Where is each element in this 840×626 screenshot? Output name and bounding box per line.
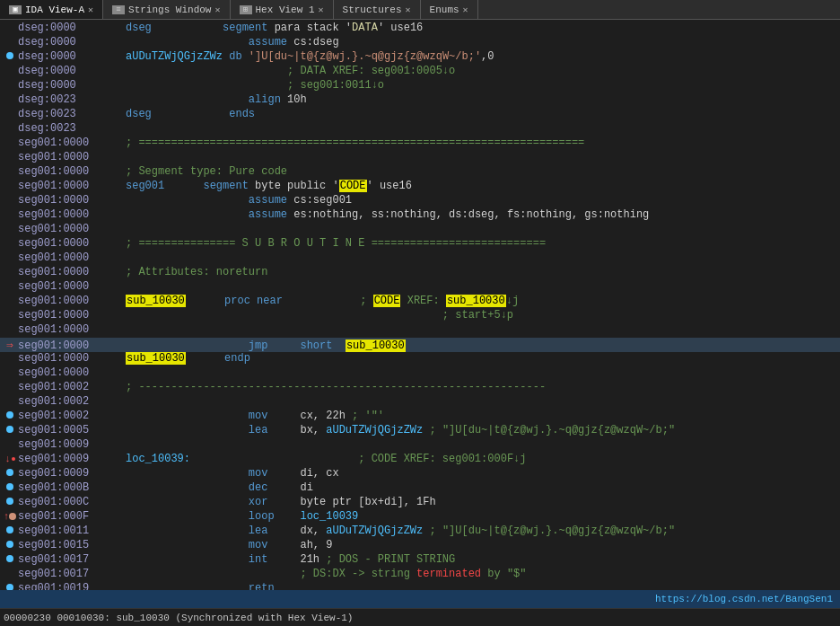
line-23: seg001:0000 sub_10030 endp: [0, 352, 840, 366]
tab-close-hex[interactable]: ✕: [319, 4, 324, 15]
marker-34: ↑: [2, 511, 18, 522]
marker-28: [2, 426, 18, 433]
jmp-target-1[interactable]: sub_10030: [346, 339, 406, 352]
line-3: dseg:0000 aUDuTZWjQGjzZWz db ']U[du~|t@{…: [0, 50, 840, 65]
instr-38: ; DS:DX -> string terminated by "$": [126, 568, 838, 580]
dot-37: [6, 555, 13, 562]
line-29: seg001:0009: [0, 438, 840, 453]
addr-15: seg001:0000: [18, 223, 126, 235]
dot-36: [6, 541, 13, 548]
dot-35: [6, 526, 13, 533]
tab-structures[interactable]: Structures ✕: [334, 0, 421, 19]
tab-ida-view[interactable]: ▣ IDA View-A ✕: [0, 0, 103, 19]
addr-35: seg001:0011: [18, 525, 126, 537]
addr-12: seg001:0000: [18, 180, 126, 192]
tab-label-hex: Hex View 1: [256, 4, 315, 15]
line-21: seg001:0000: [0, 323, 840, 338]
tab-hex[interactable]: ⊞ Hex View 1 ✕: [231, 0, 334, 19]
line-30: ↓ seg001:0009 loc_10039: ; CODE XREF: se…: [0, 453, 840, 467]
instr-1: dseg segment para stack 'DATA' use16: [126, 22, 838, 34]
instr-16: ; =============== S U B R O U T I N E ==…: [126, 237, 838, 250]
addr-1: dseg:0000: [18, 22, 126, 34]
addr-29: seg001:0009: [18, 438, 126, 451]
instr-14: assume es:nothing, ss:nothing, ds:dseg, …: [126, 208, 838, 221]
addr-17: seg001:0000: [18, 251, 126, 264]
marker-22: ⇒: [2, 338, 18, 352]
addr-11: seg001:0000: [18, 165, 126, 178]
addr-16: seg001:0000: [18, 237, 126, 250]
instr-15: [126, 223, 838, 235]
instr-31: mov di, cx: [126, 467, 838, 480]
instr-20b: ; start+5↓p: [126, 309, 838, 322]
addr-33: seg001:000C: [18, 496, 126, 508]
marker-27: [2, 411, 18, 419]
line-20: seg001:0000 sub_10030 proc near ; CODE X…: [0, 295, 840, 309]
code-keyword-1: CODE: [339, 180, 367, 192]
line-2: dseg:0000 assume cs:dseg: [0, 36, 840, 50]
tab-label-strings: Strings Window: [128, 4, 211, 15]
addr-38: seg001:0017: [18, 568, 126, 580]
addr-18: seg001:0000: [18, 266, 126, 278]
instr-4: ; DATA XREF: seg001:0005↓o: [126, 65, 838, 77]
tab-enums[interactable]: Enums ✕: [421, 0, 478, 19]
tab-close-strings[interactable]: ✕: [214, 4, 220, 15]
addr-27: seg001:0002: [18, 410, 126, 422]
tab-strings[interactable]: ≡ Strings Window ✕: [103, 0, 230, 19]
marker-30: ↓: [2, 454, 18, 464]
bottom-text: 00000230 00010030: sub_10030 (Synchroniz…: [4, 613, 353, 623]
line-1: dseg:0000 dseg segment para stack 'DATA'…: [0, 22, 840, 36]
instr-34: loop loc_10039: [126, 510, 838, 523]
addr-24: seg001:0000: [18, 366, 126, 379]
sub-highlight-1[interactable]: sub_10030: [126, 295, 186, 307]
app: ▣ IDA View-A ✕ ≡ Strings Window ✕ ⊞ Hex …: [0, 0, 840, 626]
marker-36: [2, 541, 18, 548]
dot-red-30: [12, 457, 15, 461]
addr-31: seg001:0009: [18, 467, 126, 480]
instr-22: jmp short sub_10030: [126, 339, 838, 352]
addr-7: dseg:0023: [18, 108, 126, 120]
tab-close-ida[interactable]: ✕: [88, 4, 93, 15]
sub-highlight-2[interactable]: sub_10030: [126, 352, 186, 365]
addr-2: dseg:0000: [18, 36, 126, 48]
instr-20: sub_10030 proc near ; CODE XREF: sub_100…: [126, 295, 838, 307]
code-area[interactable]: dseg:0000 dseg segment para stack 'DATA'…: [0, 20, 840, 590]
dot-32: [6, 483, 13, 490]
addr-6: dseg:0023: [18, 93, 126, 106]
line-27: seg001:0002 mov cx, 22h ; '"': [0, 410, 840, 424]
instr-30: loc_10039: ; CODE XREF: seg001:000F↓j: [126, 453, 838, 465]
line-24: seg001:0000: [0, 366, 840, 381]
addr-30: seg001:0009: [18, 453, 126, 465]
line-39: seg001:0019 retn: [0, 582, 840, 590]
line-16: seg001:0000 ; =============== S U B R O …: [0, 237, 840, 251]
instr-13: assume cs:seg001: [126, 194, 838, 207]
line-13: seg001:0000 assume cs:seg001: [0, 194, 840, 208]
addr-10: seg001:0000: [18, 151, 126, 163]
bottom-info: 00000230 00010030: sub_10030 (Synchroniz…: [0, 608, 840, 626]
xref-sub-1[interactable]: sub_10030: [446, 295, 506, 307]
dot-28: [6, 426, 13, 433]
marker-3: [2, 52, 18, 59]
addr-23: seg001:0000: [18, 352, 126, 365]
addr-5: dseg:0000: [18, 79, 126, 92]
addr-22: seg001:0000: [18, 339, 126, 352]
instr-7: dseg ends: [126, 108, 838, 120]
line-20b: seg001:0000 ; start+5↓p: [0, 309, 840, 323]
line-11: seg001:0000 ; Segment type: Pure code: [0, 165, 840, 180]
line-5: dseg:0000 ; seg001:0011↓o: [0, 79, 840, 93]
addr-13: seg001:0000: [18, 194, 126, 207]
line-26: seg001:0002: [0, 395, 840, 410]
instr-2: assume cs:dseg: [126, 36, 838, 48]
addr-25: seg001:0002: [18, 381, 126, 393]
tab-close-enums[interactable]: ✕: [463, 4, 468, 15]
instr-36: mov ah, 9: [126, 539, 838, 551]
addr-34: seg001:000F: [18, 510, 126, 523]
instr-11: ; Segment type: Pure code: [126, 165, 838, 178]
instr-23: sub_10030 endp: [126, 352, 838, 365]
addr-36: seg001:0015: [18, 539, 126, 551]
line-33: seg001:000C xor byte ptr [bx+di], 1Fh: [0, 496, 840, 510]
tab-close-structures[interactable]: ✕: [406, 4, 411, 15]
dot-34: [9, 513, 16, 520]
marker-33: [2, 498, 18, 505]
instr-19: [126, 280, 838, 293]
tab-icon-strings: ≡: [112, 5, 125, 14]
